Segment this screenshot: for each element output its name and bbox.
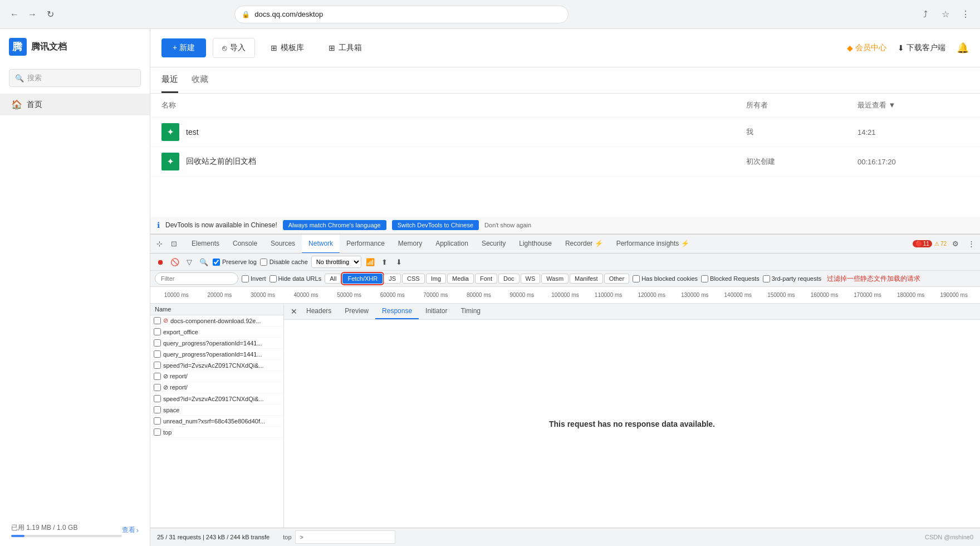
tab-recorder[interactable]: Recorder ⚡	[558, 235, 610, 254]
filter-other-button[interactable]: Other	[604, 274, 630, 284]
preserve-log-checkbox[interactable]: Preserve log	[213, 259, 257, 266]
request-checkbox[interactable]	[154, 362, 161, 369]
new-button[interactable]: + 新建	[161, 38, 206, 57]
notification-button[interactable]: 🔔	[957, 42, 969, 54]
filter-wasm-button[interactable]: Wasm	[541, 274, 569, 284]
template-button[interactable]: ⊞ 模板库	[262, 38, 313, 57]
devtools-settings-button[interactable]: ⚙	[949, 237, 962, 251]
throttling-select[interactable]: No throttling	[311, 256, 361, 268]
clear-button[interactable]: 🚫	[169, 256, 180, 267]
filter-js-button[interactable]: JS	[384, 274, 401, 284]
request-checkbox[interactable]	[154, 339, 161, 347]
filter-toggle-button[interactable]: ▽	[184, 256, 195, 267]
request-item-top[interactable]: top	[150, 427, 283, 438]
file-item[interactable]: ✦ test 我 14:21	[150, 118, 980, 147]
download-button[interactable]: ⬇ 下载客户端	[898, 43, 945, 53]
tab-security[interactable]: Security	[475, 235, 512, 254]
address-bar[interactable]: 🔒 docs.qq.com/desktop	[234, 6, 569, 23]
tab-performance[interactable]: Performance	[340, 235, 391, 254]
request-checkbox[interactable]	[154, 384, 161, 391]
filter-media-button[interactable]: Media	[447, 274, 474, 284]
record-button[interactable]: ⏺	[155, 256, 166, 267]
filter-font-button[interactable]: Font	[475, 274, 497, 284]
tab-timing[interactable]: Timing	[454, 304, 487, 319]
devtools-more-button[interactable]: ⋮	[964, 237, 978, 251]
request-item[interactable]: export_office	[150, 326, 283, 338]
request-item[interactable]: speed?id=ZvszvAcZ0917CNXdQi&...	[150, 360, 283, 371]
disable-cache-checkbox[interactable]: Disable cache	[260, 259, 308, 266]
upload-icon[interactable]: ⬆	[379, 256, 390, 267]
reload-button[interactable]: ↻	[42, 7, 58, 22]
back-button[interactable]: ←	[7, 7, 22, 22]
tab-application[interactable]: Application	[429, 235, 475, 254]
filter-fetch-xhr-button[interactable]: Fetch/XHR	[342, 274, 383, 284]
device-toolbar-button[interactable]: ⊡	[167, 237, 180, 251]
request-item[interactable]: ⊘ docs-component-download.92e...	[150, 315, 283, 326]
tab-response[interactable]: Response	[375, 304, 419, 319]
tab-memory[interactable]: Memory	[391, 235, 429, 254]
request-checkbox[interactable]	[154, 395, 161, 402]
hide-data-urls-checkbox[interactable]: Hide data URLs	[270, 275, 322, 282]
always-match-button[interactable]: Always match Chrome's language	[283, 220, 386, 230]
search-button[interactable]: 🔍	[198, 256, 209, 267]
tab-lighthouse[interactable]: Lighthouse	[512, 235, 558, 254]
storage-view-link[interactable]: 查看 ›	[122, 525, 139, 535]
share-button[interactable]: ⤴	[918, 7, 933, 22]
member-button[interactable]: ◆ 会员中心	[847, 43, 886, 53]
invert-checkbox[interactable]: Invert	[242, 275, 266, 282]
request-checkbox[interactable]	[154, 373, 161, 380]
request-checkbox[interactable]	[154, 317, 161, 324]
blocked-requests-checkbox[interactable]: Blocked Requests	[701, 275, 759, 282]
tab-console[interactable]: Console	[226, 235, 264, 254]
request-item[interactable]: ⊘ report/	[150, 371, 283, 382]
file-item[interactable]: ✦ 回收站之前的旧文档 初次创建 00:16:17:20	[150, 147, 980, 177]
bookmark-button[interactable]: ☆	[938, 7, 953, 22]
tab-perf-insights[interactable]: Performance insights ⚡	[610, 235, 696, 254]
request-item[interactable]: unread_num?xsrf=68c435e806d40f...	[150, 416, 283, 427]
third-party-requests-checkbox[interactable]: 3rd-party requests	[763, 275, 821, 282]
request-item[interactable]: speed?id=ZvszvAcZ0917CNXdQi&...	[150, 393, 283, 404]
request-checkbox[interactable]	[154, 428, 161, 436]
request-item[interactable]: query_progress?operationId=1441...	[150, 338, 283, 349]
request-checkbox[interactable]	[154, 328, 161, 335]
console-input[interactable]	[307, 533, 390, 541]
request-item[interactable]: query_progress?operationId=1441...	[150, 349, 283, 360]
filter-manifest-button[interactable]: Manifest	[570, 274, 603, 284]
tab-sources[interactable]: Sources	[264, 235, 302, 254]
request-checkbox[interactable]	[154, 406, 161, 413]
request-checkbox[interactable]	[154, 350, 161, 358]
request-item[interactable]: ⊘ report/	[150, 382, 283, 393]
tab-headers[interactable]: Headers	[300, 304, 338, 319]
tab-elements[interactable]: Elements	[185, 235, 226, 254]
response-close-button[interactable]: ✕	[288, 306, 300, 317]
sidebar-item-home[interactable]: 🏠 首页	[0, 94, 150, 115]
tab-recent[interactable]: 最近	[161, 67, 178, 93]
tab-preview[interactable]: Preview	[338, 304, 375, 319]
filter-css-button[interactable]: CSS	[402, 274, 425, 284]
request-checkbox[interactable]	[154, 417, 161, 425]
forward-button[interactable]: →	[24, 7, 40, 22]
filter-ws-button[interactable]: WS	[521, 274, 541, 284]
inspect-element-button[interactable]: ⊹	[153, 237, 166, 251]
filter-img-button[interactable]: Img	[426, 274, 446, 284]
col-recent-header[interactable]: 最近查看 ▼	[857, 100, 969, 110]
request-name: ⊘ report/	[163, 384, 280, 391]
menu-button[interactable]: ⋮	[958, 7, 973, 22]
filter-doc-button[interactable]: Doc	[498, 274, 520, 284]
dont-show-again-link[interactable]: Don't show again	[484, 222, 531, 228]
filter-input[interactable]	[155, 272, 238, 285]
import-icon: ⎋	[222, 43, 227, 52]
tab-initiator[interactable]: Initiator	[419, 304, 454, 319]
filter-all-button[interactable]: All	[325, 274, 341, 284]
request-item[interactable]: space	[150, 404, 283, 416]
tab-network[interactable]: Network	[302, 235, 340, 254]
import-button[interactable]: ⎋ 导入	[213, 38, 255, 58]
download-icon[interactable]: ⬇	[394, 256, 405, 267]
wifi-icon[interactable]: 📶	[365, 256, 376, 267]
file-name: test	[186, 128, 746, 136]
sidebar-search[interactable]: 🔍 搜索	[0, 65, 150, 91]
has-blocked-cookies-checkbox[interactable]: Has blocked cookies	[633, 275, 698, 282]
toolbox-button[interactable]: ⊞ 工具箱	[320, 38, 371, 57]
switch-to-chinese-button[interactable]: Switch DevTools to Chinese	[392, 220, 479, 230]
tab-favorites[interactable]: 收藏	[192, 67, 208, 93]
